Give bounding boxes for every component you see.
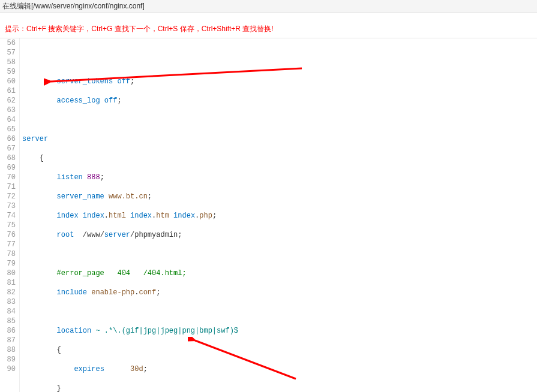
line-number: 67 xyxy=(2,144,16,153)
token: htm xyxy=(156,212,169,220)
line-number: 82 xyxy=(2,288,16,297)
token: 30d xyxy=(130,365,143,373)
line-number: 68 xyxy=(2,153,16,163)
token: index xyxy=(173,212,195,220)
line-number: 74 xyxy=(2,211,16,221)
token: expires xyxy=(74,365,104,373)
line-number: 71 xyxy=(2,182,16,192)
line-number: 64 xyxy=(2,115,16,125)
line-number: 58 xyxy=(2,58,16,67)
token: server_tokens xyxy=(57,77,113,86)
line-number: 87 xyxy=(2,336,16,345)
line-number-gutter: 5657585960616263646566676869707172737475… xyxy=(0,38,20,392)
line-number: 80 xyxy=(2,269,16,278)
annotation-arrow-2 xyxy=(188,337,308,385)
line-number: 57 xyxy=(2,48,16,58)
line-number: 89 xyxy=(2,355,16,364)
line-number: 60 xyxy=(2,77,16,86)
token: index xyxy=(57,212,79,220)
token: off xyxy=(117,77,130,86)
comment: #error_page 404 /404.html; xyxy=(57,269,187,278)
token: server xyxy=(104,231,130,239)
token: index xyxy=(83,212,104,220)
line-number: 65 xyxy=(2,125,16,134)
token: server_name xyxy=(57,192,104,201)
token: off xyxy=(104,97,118,105)
line-number: 76 xyxy=(2,230,16,240)
code-editor[interactable]: 5657585960616263646566676869707172737475… xyxy=(0,38,537,392)
token: location xyxy=(57,327,92,335)
line-number: 79 xyxy=(2,259,16,269)
token: /www/ xyxy=(83,231,104,239)
line-number: 81 xyxy=(2,278,16,288)
token: /phpmyadmin xyxy=(130,231,178,239)
line-number: 84 xyxy=(2,307,16,316)
line-number: 61 xyxy=(2,86,16,96)
line-number: 86 xyxy=(2,326,16,336)
token: root xyxy=(57,231,74,239)
token: listen xyxy=(57,173,83,182)
line-number: 63 xyxy=(2,105,16,115)
line-number: 90 xyxy=(2,364,16,374)
token: access_log xyxy=(57,97,100,105)
token: php xyxy=(199,212,212,220)
line-number: 72 xyxy=(2,192,16,201)
line-number: 75 xyxy=(2,221,16,230)
line-number: 73 xyxy=(2,201,16,211)
code-area[interactable]: server_tokens off; access_log off; serve… xyxy=(20,38,537,392)
token: enable-php xyxy=(91,288,134,297)
token: include xyxy=(57,288,87,297)
line-number: 56 xyxy=(2,38,16,48)
token: index xyxy=(130,212,152,220)
line-number: 83 xyxy=(2,297,16,307)
regex: ~ .*\.(gif|jpg|jpeg|png|bmp|swf)$ xyxy=(95,327,238,335)
line-number: 78 xyxy=(2,249,16,259)
line-number: 62 xyxy=(2,96,16,105)
token: conf xyxy=(139,288,156,297)
line-number: 70 xyxy=(2,173,16,182)
line-number: 59 xyxy=(2,67,16,77)
line-number: 88 xyxy=(2,345,16,355)
line-number: 85 xyxy=(2,316,16,326)
line-number: 77 xyxy=(2,240,16,249)
tip-text: 提示：Ctrl+F 搜索关键字，Ctrl+G 查找下一个，Ctrl+S 保存，C… xyxy=(0,20,537,38)
server-keyword: server xyxy=(22,135,48,143)
token: 888 xyxy=(87,173,100,182)
line-number: 66 xyxy=(2,134,16,144)
token: www.bt.cn xyxy=(109,192,148,201)
window-title: 在线编辑[/www/server/nginx/conf/nginx.conf] xyxy=(0,0,537,13)
token: html xyxy=(109,212,126,220)
line-number: 69 xyxy=(2,163,16,173)
